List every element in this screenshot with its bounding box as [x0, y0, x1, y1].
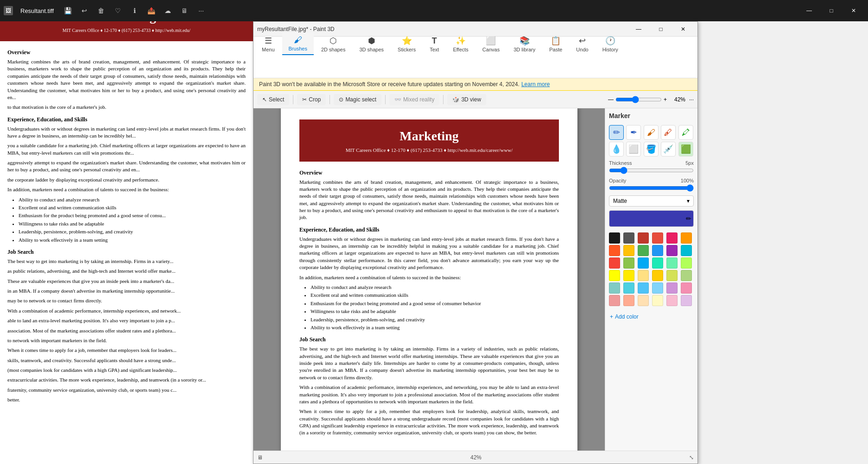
color-yellow[interactable] — [609, 270, 620, 281]
tab-brushes[interactable]: 🖌 Brushes — [282, 32, 314, 55]
cloud-tool[interactable]: ☁ — [161, 4, 174, 17]
share-tool[interactable]: 📤 — [145, 4, 158, 17]
canvas-area[interactable]: Marketing MIT Careers Office ♦ 12-170 ♦ … — [253, 108, 605, 451]
mixed-reality-btn[interactable]: 👓 Mixed reality — [389, 94, 439, 105]
color-rose[interactable] — [681, 282, 692, 294]
color-lavender[interactable] — [666, 282, 678, 294]
tab-2dshapes[interactable]: ⬡ 2D shapes — [315, 33, 352, 55]
zoom-slider[interactable] — [615, 96, 662, 103]
learn-more-link[interactable]: Learn more — [521, 81, 550, 88]
brush-spray[interactable]: 💧 — [609, 142, 624, 157]
add-color-btn[interactable]: + Add color — [609, 313, 694, 321]
color-deep-orange[interactable] — [609, 245, 620, 256]
color-peach[interactable] — [623, 295, 634, 306]
color-light-amber[interactable] — [638, 270, 649, 281]
undo-tool[interactable]: ↩ — [78, 4, 91, 17]
brush-dropper[interactable]: 💉 — [661, 142, 676, 157]
color-sky2[interactable] — [652, 282, 663, 294]
bg-academic-text: With a combination of academic performan… — [7, 307, 246, 314]
brush-calligraphy[interactable]: ✒ — [626, 125, 641, 140]
brush-watercolor[interactable]: 🖋 — [661, 125, 676, 140]
color-orange-accent[interactable] — [652, 270, 663, 281]
brush-marker[interactable]: 🖍 — [678, 125, 693, 140]
tab-3dshapes[interactable]: ⬢ 3D shapes — [353, 33, 390, 55]
brush-eraser[interactable]: ⬜ — [626, 142, 641, 157]
edit-color-icon[interactable]: ✏ — [686, 215, 691, 222]
thickness-slider[interactable] — [609, 167, 694, 174]
close-btn[interactable]: ✕ — [843, 4, 864, 17]
crop-btn[interactable]: ✂ Crop — [297, 94, 326, 105]
zoom-minus[interactable]: — — [608, 96, 614, 103]
color-sky[interactable] — [638, 282, 649, 294]
color-light-blue[interactable] — [638, 257, 649, 269]
top-bar-window-controls[interactable]: — □ ✕ — [798, 4, 864, 17]
color-orange[interactable] — [681, 232, 692, 244]
finish-dropdown[interactable]: Matte ▾ — [609, 195, 694, 207]
color-green[interactable] — [638, 245, 649, 256]
favorite-tool[interactable]: ♡ — [111, 4, 124, 17]
delete-tool[interactable]: 🗑 — [95, 4, 108, 17]
bg-jobsearch-text: The best way to get into marketing is by… — [7, 258, 246, 265]
color-pink[interactable] — [666, 232, 678, 244]
brush-pencil[interactable]: ✏ — [609, 125, 624, 140]
color-pinkish[interactable] — [666, 295, 678, 306]
color-teal-light[interactable] — [609, 282, 620, 294]
2dshapes-icon: ⬡ — [329, 36, 337, 46]
color-teal-accent[interactable] — [652, 257, 663, 269]
color-dark-gray[interactable] — [623, 232, 634, 244]
stickers-icon: ⭐ — [402, 36, 412, 46]
color-palette[interactable] — [609, 232, 694, 306]
zoom-plus[interactable]: + — [664, 96, 667, 103]
color-cream[interactable] — [652, 295, 663, 306]
color-lilac[interactable] — [681, 295, 692, 306]
color-red[interactable] — [652, 232, 663, 244]
3dview-btn[interactable]: 🎲 3D view — [447, 94, 486, 105]
color-light-green2[interactable] — [681, 270, 692, 281]
color-red2[interactable] — [609, 257, 620, 269]
p3d-minimize[interactable]: — — [628, 22, 649, 36]
color-light-orange[interactable] — [638, 295, 649, 306]
color-blue[interactable] — [652, 245, 663, 256]
color-yellow2[interactable] — [623, 270, 634, 281]
ribbon-tabs[interactable]: ☰ Menu 🖌 Brushes ⬡ 2D shapes ⬢ 3D shapes… — [253, 37, 697, 55]
tab-undo[interactable]: ↩ Undo — [570, 33, 595, 55]
tab-history[interactable]: 🕐 History — [596, 33, 625, 55]
color-lime[interactable] — [681, 257, 692, 269]
tab-3dlibrary[interactable]: 📚 3D library — [507, 33, 542, 55]
tab-effects[interactable]: ✨ Effects — [446, 33, 475, 55]
minimize-btn[interactable]: — — [798, 4, 820, 17]
tab-menu[interactable]: ☰ Menu — [255, 33, 281, 55]
brush-smudge[interactable]: 🟩 — [678, 142, 693, 157]
color-lime2[interactable] — [666, 270, 678, 281]
color-light-pink[interactable] — [609, 295, 620, 306]
save-tool[interactable]: 💾 — [61, 4, 74, 17]
select-btn[interactable]: ↖ Select — [257, 94, 289, 105]
color-purple[interactable] — [666, 245, 678, 256]
more-tool[interactable]: ··· — [195, 4, 208, 17]
document-page: Marketing MIT Careers Office ♦ 12-170 ♦ … — [281, 108, 577, 451]
top-bar-tools[interactable]: 💾 ↩ 🗑 ♡ ℹ 📤 ☁ 🖥 ··· — [61, 4, 208, 17]
color-cyan2[interactable] — [623, 282, 634, 294]
tab-paste[interactable]: 📋 Paste — [543, 33, 569, 55]
color-green-accent[interactable] — [666, 257, 678, 269]
info-tool[interactable]: ℹ — [128, 4, 141, 17]
zoom-more[interactable]: ··· — [689, 96, 694, 103]
p3d-win-controls[interactable]: — □ ✕ — [628, 22, 694, 36]
color-amber[interactable] — [623, 245, 634, 256]
brush-grid[interactable]: ✏ ✒ 🖌 🖋 🖍 💧 ⬜ 🪣 💉 🟩 — [609, 125, 694, 157]
display-tool[interactable]: 🖥 — [178, 4, 191, 17]
tab-text[interactable]: T Text — [423, 33, 445, 55]
opacity-slider[interactable] — [609, 184, 694, 192]
color-black[interactable] — [609, 232, 620, 244]
color-cyan[interactable] — [681, 245, 692, 256]
tab-canvas[interactable]: ⬜ Canvas — [476, 33, 506, 55]
maximize-btn[interactable]: □ — [821, 4, 842, 17]
tab-stickers[interactable]: ⭐ Stickers — [391, 33, 422, 55]
brush-fill[interactable]: 🪣 — [644, 142, 659, 157]
brush-oil[interactable]: 🖌 — [644, 125, 659, 140]
color-light-green[interactable] — [623, 257, 634, 269]
p3d-maximize[interactable]: □ — [650, 22, 672, 36]
color-dark-red[interactable] — [638, 232, 649, 244]
magic-select-btn[interactable]: ⊙ Magic select — [334, 94, 381, 105]
p3d-close[interactable]: ✕ — [672, 22, 694, 36]
